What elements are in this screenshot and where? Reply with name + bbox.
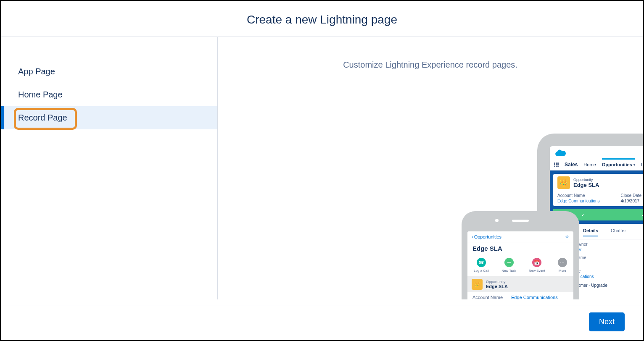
- calendar-icon: 📅: [532, 258, 541, 267]
- tab-details: Details: [583, 228, 598, 236]
- nav-tab-home: Home: [583, 160, 596, 170]
- preview-caption: Customize Lightning Experience record pa…: [218, 60, 643, 70]
- record-name: Edge SLA: [573, 182, 599, 188]
- topbar: All▾ 🔍 Search Opportunities and more...: [550, 146, 643, 159]
- modal-title: Create a new Lightning page: [1, 1, 643, 37]
- action-new-task: ☰New Task: [501, 258, 516, 273]
- nav-bar: Sales Home Opportunities▾ Leads▾ Tasks▾ …: [550, 159, 643, 170]
- phone-opp-name: Edge SLA: [486, 284, 508, 289]
- preview-pane: Customize Lightning Experience record pa…: [218, 37, 643, 299]
- phone-quick-actions: ☎Log a Call ☰New Task 📅New Event ⋯More: [467, 254, 573, 276]
- salesforce-cloud-icon: [555, 149, 566, 156]
- option-home-page[interactable]: Home Page: [1, 83, 217, 106]
- action-new-event: 📅New Event: [529, 258, 545, 273]
- action-log-call: ☎Log a Call: [474, 258, 489, 273]
- opportunity-icon: 👑: [472, 279, 483, 290]
- task-icon: ☰: [504, 258, 514, 267]
- phone-opp-label: Opportunity: [486, 280, 508, 284]
- nav-tab-opportunities: Opportunities▾: [602, 158, 635, 170]
- page-type-list: App Page Home Page Record Page: [1, 37, 218, 299]
- opportunity-icon: 👑: [557, 176, 570, 189]
- ph-row-account: Account NameEdge Communications: [467, 292, 573, 299]
- more-icon: ⋯: [558, 258, 567, 267]
- next-button[interactable]: Next: [589, 312, 625, 331]
- star-outline-icon: ☆: [565, 234, 569, 239]
- hl-account-value: Edge Communications: [557, 199, 600, 203]
- chevron-left-icon: ‹: [472, 234, 473, 239]
- phone-device-mock: ‹Opportunities ☆ Edge SLA ☎Log a Call ☰N…: [462, 211, 579, 299]
- app-launcher-icon: [554, 163, 559, 167]
- tab-chatter: Chatter: [611, 228, 626, 236]
- nav-tab-leads: Leads▾: [641, 160, 643, 170]
- hl-close-value: 4/19/2017: [621, 199, 641, 203]
- phone-detail-list: Account NameEdge Communications Close Da…: [467, 292, 573, 299]
- phone-back-button: ‹Opportunities: [472, 234, 501, 239]
- action-more: ⋯More: [558, 258, 567, 273]
- app-name: Sales: [565, 162, 578, 168]
- path-stage-done-2: [613, 209, 643, 220]
- phone-opp-header: 👑 OpportunityEdge SLA: [467, 276, 573, 292]
- phone-record-title: Edge SLA: [467, 242, 573, 254]
- phone-icon: ☎: [477, 258, 486, 267]
- hl-close-label: Close Date: [621, 193, 641, 198]
- modal-footer: Next: [3, 305, 641, 338]
- object-label: Opportunity: [573, 178, 599, 182]
- option-record-page[interactable]: Record Page: [1, 106, 217, 129]
- hl-account-label: Account Name: [557, 193, 600, 198]
- option-app-page[interactable]: App Page: [1, 60, 217, 83]
